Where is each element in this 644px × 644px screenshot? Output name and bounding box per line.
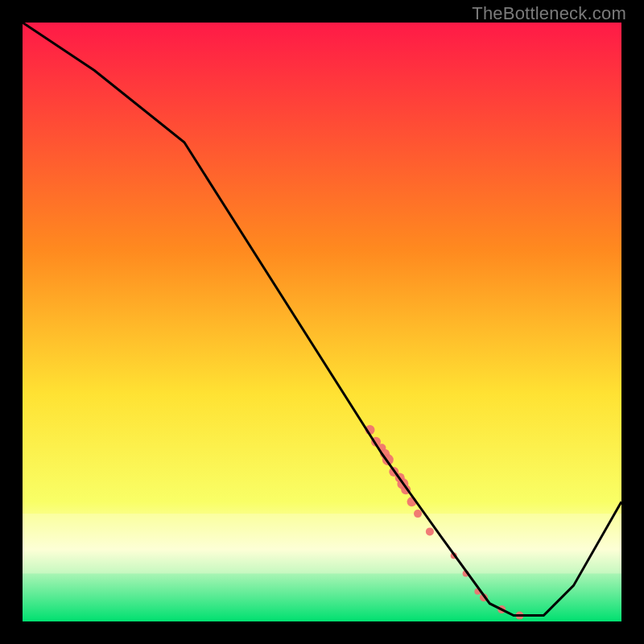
marker-point bbox=[426, 527, 434, 535]
chart-svg bbox=[23, 23, 621, 621]
marker-point bbox=[414, 510, 422, 518]
pale-band bbox=[23, 514, 621, 573]
outer-frame: TheBottleneck.com bbox=[0, 0, 644, 644]
watermark-text: TheBottleneck.com bbox=[472, 3, 626, 24]
chart-area bbox=[23, 23, 621, 621]
